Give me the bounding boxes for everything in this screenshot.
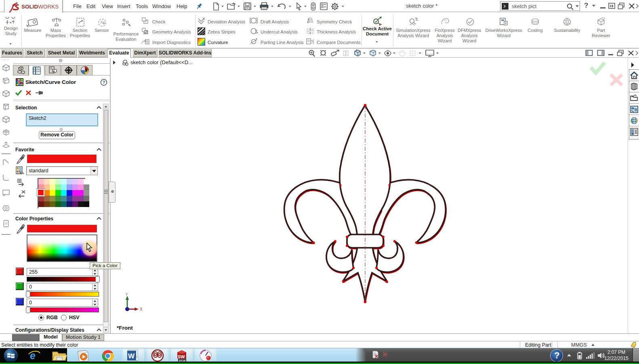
svg-text:X: X (140, 307, 143, 312)
svg-text:?: ? (311, 40, 313, 44)
svg-text:W: W (128, 352, 135, 360)
svg-text:?: ? (103, 80, 105, 85)
svg-text:Y: Y (125, 293, 128, 297)
